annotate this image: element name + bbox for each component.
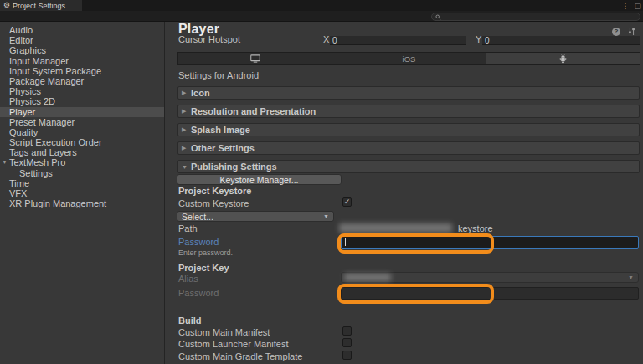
sidebar-item-package-manager[interactable]: Package Manager (0, 76, 164, 86)
sidebar-item-vfx[interactable]: VFX (0, 188, 164, 198)
sidebar-item-label: TextMesh Pro (9, 157, 65, 167)
tab-ios[interactable]: iOS (332, 53, 486, 64)
cursor-hotspot-y-field[interactable]: 0 (482, 36, 640, 45)
search-icon (435, 14, 441, 20)
sidebar-item-time[interactable]: Time (0, 178, 164, 188)
platform-tab-strip: iOS (177, 52, 640, 65)
section-other-settings[interactable]: ▶ Other Settings (177, 141, 640, 155)
settings-category-list: Audio Editor Graphics Input Manager Inpu… (0, 22, 165, 364)
section-icon[interactable]: ▶ Icon (177, 86, 640, 100)
more-menu-icon[interactable]: ⋮ (621, 2, 629, 10)
section-publishing-settings[interactable]: ▼ Publishing Settings (177, 160, 640, 173)
custom-main-gradle-template-label: Custom Main Gradle Template (178, 351, 302, 361)
maximize-icon[interactable]: ▢ (634, 2, 641, 10)
section-label: Icon (191, 88, 210, 98)
path-value: keystore (458, 223, 493, 233)
sidebar-item-textmeshpro-settings[interactable]: Settings (0, 168, 164, 178)
page-title: Player (178, 22, 219, 37)
foldout-expanded-icon: ▼ (182, 164, 188, 170)
chevron-down-icon: ▼ (323, 213, 329, 219)
y-axis-label: Y (476, 36, 481, 44)
sidebar-item-xr-plugin-management[interactable]: XR Plugin Management (0, 198, 164, 208)
search-input[interactable] (441, 13, 636, 21)
alias-label: Alias (178, 274, 198, 284)
project-keystore-header: Project Keystore (178, 186, 251, 196)
foldout-expanded-icon[interactable]: ▼ (2, 157, 8, 167)
inspector-header: Player ? (165, 22, 643, 36)
presets-icon[interactable] (627, 27, 636, 36)
text-caret (345, 238, 346, 246)
section-splash-image[interactable]: ▶ Splash Image (177, 123, 640, 136)
sidebar-item-input-system-package[interactable]: Input System Package (0, 66, 164, 76)
section-label: Other Settings (191, 143, 255, 153)
window-tab-bar: ⚙ Project Settings ⋮ ▢ (0, 0, 643, 11)
chevron-down-icon: ▼ (628, 274, 634, 280)
custom-launcher-manifest-checkbox[interactable] (342, 338, 352, 347)
build-header: Build (178, 315, 202, 326)
custom-main-manifest-checkbox[interactable] (342, 326, 352, 336)
sidebar-item-preset-manager[interactable]: Preset Manager (0, 117, 164, 127)
path-redacted-value (339, 223, 452, 233)
sidebar-item-script-execution-order[interactable]: Script Execution Order (0, 137, 164, 147)
foldout-collapsed-icon: ▶ (182, 145, 186, 151)
search-box[interactable] (431, 13, 640, 21)
dropdown-value: Select... (182, 212, 213, 222)
sidebar-item-input-manager[interactable]: Input Manager (0, 56, 164, 66)
check-icon: ✓ (344, 198, 351, 206)
cursor-hotspot-label: Cursor Hotspot (178, 36, 240, 44)
alias-dropdown[interactable]: ▼ (341, 272, 639, 283)
help-icon[interactable]: ? (612, 28, 620, 36)
android-icon (558, 54, 568, 64)
tab-title: Project Settings (13, 2, 65, 10)
section-label: Splash Image (191, 125, 250, 135)
custom-keystore-checkbox[interactable]: ✓ (342, 197, 352, 207)
monitor-icon (250, 54, 260, 63)
sidebar-item-quality[interactable]: Quality (0, 127, 164, 137)
cursor-hotspot-x-field[interactable]: 0 (330, 36, 466, 45)
keystore-password-input[interactable] (341, 236, 639, 249)
sidebar-item-editor[interactable]: Editor (0, 35, 164, 45)
player-settings-pane: Cursor Hotspot X 0 Y 0 Player ? (165, 22, 643, 364)
sidebar-item-physics-2d[interactable]: Physics 2D (0, 96, 164, 106)
settings-for-android-label: Settings for Android (178, 70, 259, 80)
section-label: Publishing Settings (191, 161, 277, 172)
keystore-select-dropdown[interactable]: Select... ▼ (177, 211, 334, 222)
sidebar-item-graphics[interactable]: Graphics (0, 45, 164, 55)
alias-redacted-value (344, 274, 391, 281)
tab-android[interactable] (486, 53, 640, 64)
tab-project-settings[interactable]: ⚙ Project Settings (0, 0, 82, 11)
key-password-label: Password (178, 288, 219, 298)
cursor-hotspot-row: Cursor Hotspot X 0 Y 0 (165, 36, 643, 45)
gear-icon: ⚙ (3, 2, 10, 9)
path-label: Path (178, 223, 198, 233)
custom-main-manifest-label: Custom Main Manifest (178, 327, 270, 337)
section-label: Resolution and Presentation (191, 106, 316, 116)
section-resolution-and-presentation[interactable]: ▶ Resolution and Presentation (177, 105, 640, 118)
foldout-collapsed-icon: ▶ (182, 126, 186, 133)
foldout-collapsed-icon: ▶ (182, 108, 186, 115)
custom-keystore-label: Custom Keystore (178, 198, 249, 208)
sidebar-item-textmesh-pro[interactable]: ▼ TextMesh Pro (0, 157, 164, 167)
foldout-collapsed-icon: ▶ (182, 90, 186, 96)
sidebar-item-physics[interactable]: Physics (0, 86, 164, 96)
sidebar-item-tags-and-layers[interactable]: Tags and Layers (0, 147, 164, 157)
keystore-manager-button[interactable]: Keystore Manager... (177, 174, 342, 185)
sidebar-item-player[interactable]: Player (0, 107, 164, 117)
keystore-password-label: Password (178, 237, 219, 247)
settings-toolbar (0, 11, 643, 22)
key-password-input[interactable] (341, 287, 639, 300)
project-key-header: Project Key (178, 263, 229, 273)
x-axis-label: X (323, 36, 329, 44)
unity-project-settings-window: ⚙ Project Settings ⋮ ▢ Audio Editor Grap… (0, 0, 643, 364)
custom-launcher-manifest-label: Custom Launcher Manifest (178, 339, 288, 349)
sidebar-item-audio[interactable]: Audio (0, 25, 164, 35)
tab-standalone[interactable] (178, 53, 332, 64)
enter-password-helper: Enter password. (178, 249, 233, 257)
ios-tab-label: iOS (403, 54, 416, 64)
custom-main-gradle-template-checkbox[interactable] (342, 351, 352, 360)
